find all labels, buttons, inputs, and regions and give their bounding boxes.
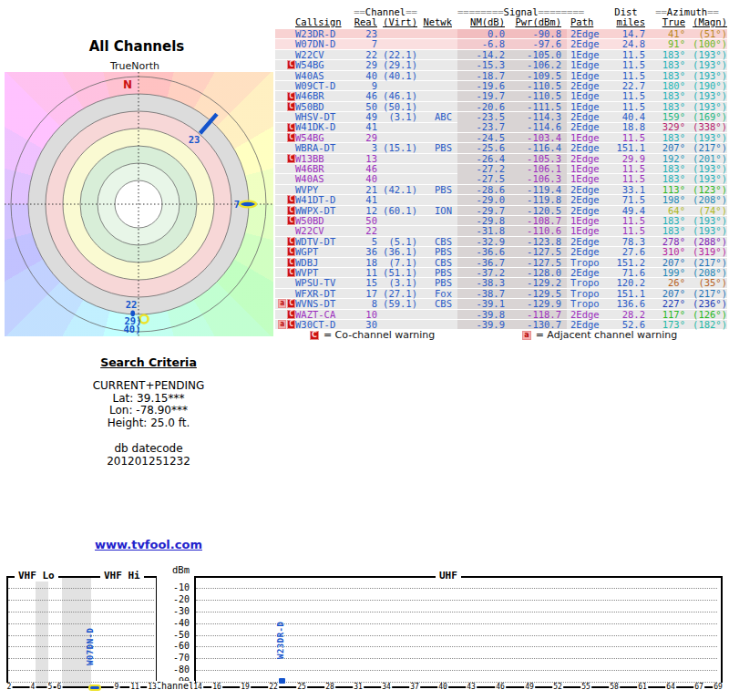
table-row: CW41DT-D41-29.0-119.82Edge71.5198°(208°) xyxy=(275,195,727,204)
adjacent-channel-text: = Adjacent channel warning xyxy=(536,329,678,341)
cell-pwr-dbm: -110.6 xyxy=(510,226,567,236)
cell-azimuth-magn: (208°) xyxy=(685,268,727,278)
cell-real-channel: 11 xyxy=(352,268,377,278)
cell-path: Tropo xyxy=(567,258,605,268)
co-channel-warning-badge: C xyxy=(287,247,295,256)
dbm-tick-label: -30 xyxy=(157,606,190,616)
db-datecode-value: 201201251232 xyxy=(53,456,244,468)
cell-miles: 49.4 xyxy=(605,206,647,216)
table-row: CWWPX-DT12(60.1)ION-29.7-120.52Edge49.46… xyxy=(275,206,727,215)
channel-tick-label: 14 xyxy=(192,683,203,691)
co-channel-badge: C xyxy=(310,331,319,340)
cell-warning: C xyxy=(275,310,295,319)
cell-azimuth-true: 207° xyxy=(647,143,685,153)
cell-path: 2Edge xyxy=(567,154,605,164)
cell-azimuth-magn: (51°) xyxy=(685,29,727,39)
cell-pwr-dbm: -105.0 xyxy=(510,50,567,60)
cell-path: 2Edge xyxy=(567,143,605,153)
cell-azimuth-true: 198° xyxy=(647,195,685,205)
cell-callsign: W50BD xyxy=(295,216,352,226)
cell-nm-db: -23.7 xyxy=(457,122,510,132)
cell-azimuth-true: 113° xyxy=(647,185,685,195)
cell-real-channel: 41 xyxy=(352,195,377,205)
vhf-panel xyxy=(6,576,157,688)
cell-real-channel: 13 xyxy=(352,154,377,164)
cell-network: PBS xyxy=(419,247,457,257)
cell-callsign: WFXR-DT xyxy=(295,289,352,299)
cell-real-channel: 5 xyxy=(352,237,377,247)
channel-tick-label: 2 xyxy=(6,683,13,691)
cell-virtual-channel: (29.1) xyxy=(377,60,419,70)
cell-pwr-dbm: -110.5 xyxy=(510,81,567,91)
channel-tick-label: 25 xyxy=(296,683,307,691)
col-miles: miles xyxy=(605,17,647,27)
channel-tick-label: 22 xyxy=(268,683,279,691)
cell-path: Tropo xyxy=(567,289,605,299)
signal-marker-label: W07DN-D xyxy=(86,628,97,683)
cell-pwr-dbm: -129.2 xyxy=(510,278,567,288)
cell-network: PBS xyxy=(419,268,457,278)
co-channel-warning-badge: C xyxy=(287,268,295,277)
cell-virtual-channel: (3.1) xyxy=(377,112,419,122)
cell-azimuth-true: 183° xyxy=(647,91,685,101)
cell-miles: 71.5 xyxy=(605,195,647,205)
cell-real-channel: 46 xyxy=(352,91,377,101)
uhf-panel xyxy=(194,576,723,688)
co-channel-warning-badge: C xyxy=(287,258,295,267)
cell-miles: 11.5 xyxy=(605,71,647,81)
cell-virtual-channel: (3.1) xyxy=(377,278,419,288)
cell-pwr-dbm: -130.7 xyxy=(510,320,567,330)
co-channel-warning-badge: C xyxy=(287,216,295,225)
cell-real-channel: 30 xyxy=(352,320,377,330)
cell-warning: C xyxy=(275,102,295,111)
cell-callsign: W07DN-D xyxy=(295,39,352,49)
table-row: WFXR-DT17(27.1)Fox-38.7-129.5Tropo151.12… xyxy=(275,289,727,298)
cell-warning: C xyxy=(275,216,295,225)
cell-pwr-dbm: -128.0 xyxy=(510,268,567,278)
table-row: CWVPT11(51.1)PBS-37.2-128.02Edge71.6199°… xyxy=(275,268,727,277)
table-row: CW54BG29(29.1)-15.3-106.21Edge11.5183°(1… xyxy=(275,60,727,69)
cell-warning: C xyxy=(275,133,295,142)
cell-callsign: W40AS xyxy=(295,71,352,81)
table-row: CW46BR46(46.1)-19.7-110.51Edge11.5183°(1… xyxy=(275,91,727,100)
cell-real-channel: 21 xyxy=(352,185,377,195)
gridline xyxy=(196,588,717,589)
cell-path: 2Edge xyxy=(567,206,605,216)
cell-nm-db: -37.2 xyxy=(457,268,510,278)
cell-azimuth-true: 310° xyxy=(647,247,685,257)
cell-path: 1Edge xyxy=(567,226,605,236)
table-row: aCW30CT-D30-39.9-130.72Edge52.6173°(182°… xyxy=(275,320,727,329)
polar-chart-title: All Channels xyxy=(64,38,210,55)
dbm-tick-label: -70 xyxy=(157,653,190,663)
co-channel-warning-badge: C xyxy=(287,92,295,101)
cell-callsign: W22CV xyxy=(295,226,352,236)
cell-callsign: WDTV-DT xyxy=(295,237,352,247)
cell-callsign: W46BR xyxy=(295,164,352,174)
channel-tick-label: 61 xyxy=(637,683,648,691)
table-row: W22CV22(22.1)-14.2-105.01Edge11.5183°(19… xyxy=(275,50,727,59)
channel-tick-label: 5 xyxy=(47,683,54,691)
cell-virtual-channel: (36.1) xyxy=(377,247,419,257)
cell-real-channel: 17 xyxy=(352,289,377,299)
gridline xyxy=(8,612,154,612)
cell-azimuth-true: 117° xyxy=(647,310,685,320)
cell-pwr-dbm: -106.1 xyxy=(510,164,567,174)
cell-callsign: WHSV-DT xyxy=(295,112,352,122)
cell-azimuth-true: 183° xyxy=(647,174,685,184)
tvfool-link[interactable]: www.tvfool.com xyxy=(95,538,202,551)
cell-network: ABC xyxy=(419,112,457,122)
cell-callsign: WGPT xyxy=(295,247,352,257)
cell-nm-db: -29.7 xyxy=(457,206,510,216)
cell-nm-db: -19.6 xyxy=(457,81,510,91)
gridline xyxy=(196,658,717,659)
cell-path: 1Edge xyxy=(567,71,605,81)
table-row: CWDBJ18(7.1)CBS-36.7-127.5Tropo151.2207°… xyxy=(275,258,727,267)
search-criteria-heading: Search Criteria xyxy=(53,355,244,369)
warning-legend: C= Co-channel warning a= Adjacent channe… xyxy=(310,329,677,341)
cell-real-channel: 36 xyxy=(352,247,377,257)
cell-azimuth-magn: (182°) xyxy=(685,320,727,330)
channel-tick-label: 31 xyxy=(353,683,364,691)
channel-tick-label: 69 xyxy=(713,683,724,691)
cell-pwr-dbm: -114.3 xyxy=(510,112,567,122)
channel-tick-label: 46 xyxy=(495,683,506,691)
